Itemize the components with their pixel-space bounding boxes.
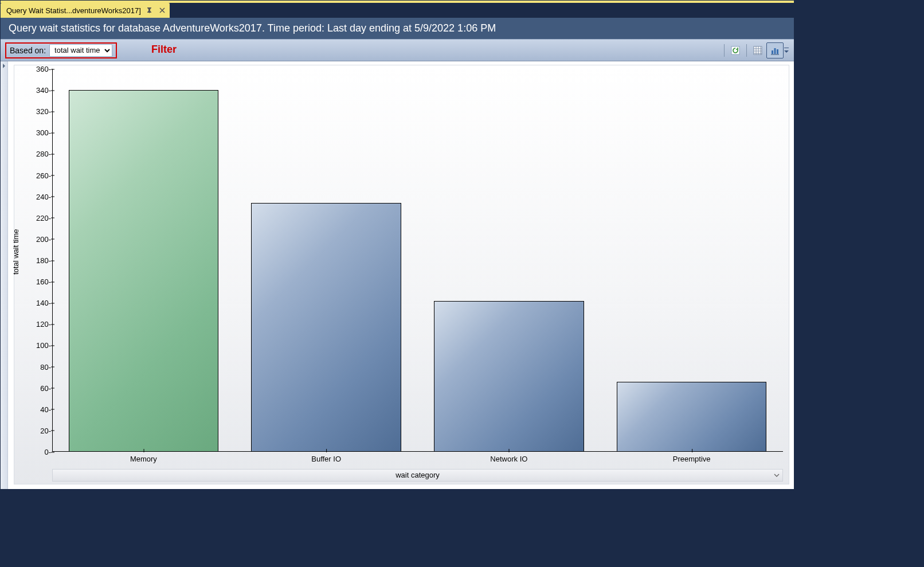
y-tick: 120- <box>14 320 51 329</box>
x-tick: Preemptive <box>673 455 711 463</box>
filter-annotation: Filter <box>151 44 177 56</box>
svg-rect-5 <box>784 48 789 48</box>
svg-rect-4 <box>777 49 778 54</box>
y-tick: 200- <box>14 234 51 243</box>
based-on-label: Based on: <box>10 46 46 55</box>
y-tick: 160- <box>14 277 51 286</box>
y-tick: 300- <box>14 128 51 137</box>
y-tick: 340- <box>14 86 51 95</box>
based-on-select[interactable]: total wait time <box>49 44 112 57</box>
left-panel-expander[interactable] <box>1 61 8 489</box>
body-area: total wait time wait category 0-20-40-60… <box>1 61 794 489</box>
toolbar-right-tools <box>722 42 789 58</box>
toolbar-overflow-button[interactable] <box>784 43 789 58</box>
x-axis-label: wait category <box>396 471 440 479</box>
x-tick: Memory <box>130 455 157 463</box>
y-tick: 80- <box>14 362 51 371</box>
chart-inner: total wait time wait category 0-20-40-60… <box>14 65 789 484</box>
toolbar-separator <box>724 44 725 57</box>
y-tick: 360- <box>14 65 51 73</box>
chart-area[interactable]: total wait time wait category 0-20-40-60… <box>8 61 794 489</box>
svg-rect-0 <box>731 46 739 54</box>
y-tick: 280- <box>14 150 51 158</box>
bar-network-io[interactable] <box>434 301 584 452</box>
y-tick: 100- <box>14 341 51 350</box>
x-tick: Buffer IO <box>311 455 341 463</box>
x-axis-label-bar[interactable]: wait category <box>52 469 783 482</box>
chart-view-button[interactable] <box>766 42 784 58</box>
y-tick: 20- <box>14 426 51 435</box>
svg-rect-2 <box>772 50 773 54</box>
chevron-down-icon[interactable] <box>772 471 781 480</box>
y-tick: 0- <box>14 448 51 456</box>
chevron-right-icon <box>2 64 6 68</box>
document-tab-row: Query Wait Statist...dventureWorks2017] <box>1 3 794 18</box>
y-tick: 60- <box>14 384 51 392</box>
toolbar-separator <box>746 44 747 57</box>
y-tick: 240- <box>14 192 51 201</box>
y-tick: 40- <box>14 405 51 413</box>
bar-buffer-io[interactable] <box>251 203 401 452</box>
filter-group-highlight: Based on: total wait time <box>5 42 117 58</box>
svg-rect-3 <box>774 48 776 54</box>
document-tab[interactable]: Query Wait Statist...dventureWorks2017] <box>1 3 170 18</box>
refresh-button[interactable] <box>727 42 744 58</box>
grid-view-button[interactable] <box>749 42 766 58</box>
document-tab-title: Query Wait Statist...dventureWorks2017] <box>6 6 141 15</box>
page-title: Query wait statistics for database Adven… <box>9 22 496 34</box>
y-tick: 180- <box>14 256 51 265</box>
bar-memory[interactable] <box>69 90 218 452</box>
y-tick: 320- <box>14 107 51 116</box>
tab-close-icon[interactable] <box>158 6 166 14</box>
plot-region <box>52 69 783 452</box>
page-title-bar: Query wait statistics for database Adven… <box>1 18 794 39</box>
y-tick: 260- <box>14 171 51 179</box>
y-tick: 220- <box>14 213 51 222</box>
bar-preemptive[interactable] <box>617 382 766 452</box>
tab-pin-icon[interactable] <box>146 6 154 14</box>
toolbar: Based on: total wait time Filter <box>1 39 794 61</box>
y-tick: 140- <box>14 299 51 307</box>
x-tick: Network IO <box>490 455 527 463</box>
query-wait-statistics-window: Query Wait Statist...dventureWorks2017] … <box>0 0 794 490</box>
